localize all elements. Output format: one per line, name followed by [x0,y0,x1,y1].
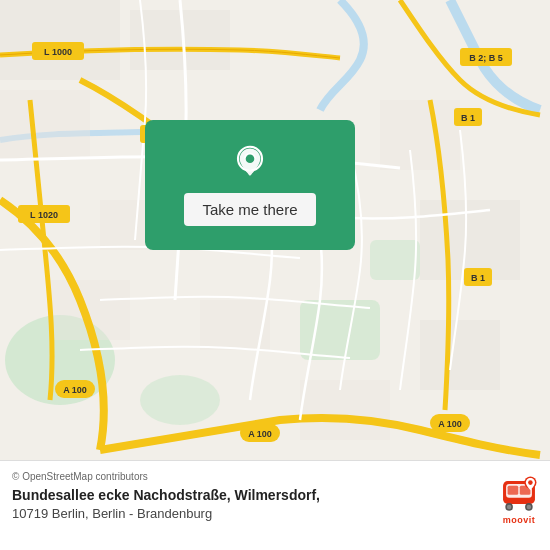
svg-point-46 [528,480,533,485]
svg-text:L 1000: L 1000 [44,47,72,57]
svg-text:B 1: B 1 [461,113,475,123]
svg-rect-5 [0,0,120,80]
svg-text:A 100: A 100 [438,419,462,429]
svg-rect-39 [508,486,519,495]
map-container: L 1000 L 1020 L 10 A 100 A 100 A 100 B 1… [0,0,550,460]
svg-text:B 1: B 1 [471,273,485,283]
location-title: Bundesallee ecke Nachodstraße, Wilmersdo… [12,486,490,506]
svg-text:A 100: A 100 [248,429,272,439]
svg-rect-9 [380,100,460,170]
svg-text:L 1020: L 1020 [30,210,58,220]
moovit-logo: moovit [500,475,538,525]
take-me-there-button[interactable]: Take me there [184,193,315,226]
pin-icon [232,145,268,181]
svg-rect-4 [370,240,420,280]
moovit-label: moovit [503,515,536,525]
svg-text:A 100: A 100 [63,385,87,395]
location-card: Take me there [145,120,355,250]
svg-rect-7 [0,90,90,160]
osm-attribution: © OpenStreetMap contributors [12,471,490,482]
bottom-bar-text: © OpenStreetMap contributors Bundesallee… [12,471,490,521]
svg-rect-12 [300,380,390,440]
bottom-bar: © OpenStreetMap contributors Bundesallee… [0,460,550,550]
svg-point-42 [507,505,512,510]
svg-point-36 [246,154,255,163]
svg-rect-13 [420,320,500,390]
location-subtitle: 10719 Berlin, Berlin - Brandenburg [12,506,490,521]
svg-point-44 [527,505,532,510]
moovit-icon [500,475,538,513]
app: L 1000 L 1020 L 10 A 100 A 100 A 100 B 1… [0,0,550,550]
svg-point-3 [140,375,220,425]
svg-text:B 2; B 5: B 2; B 5 [469,53,503,63]
